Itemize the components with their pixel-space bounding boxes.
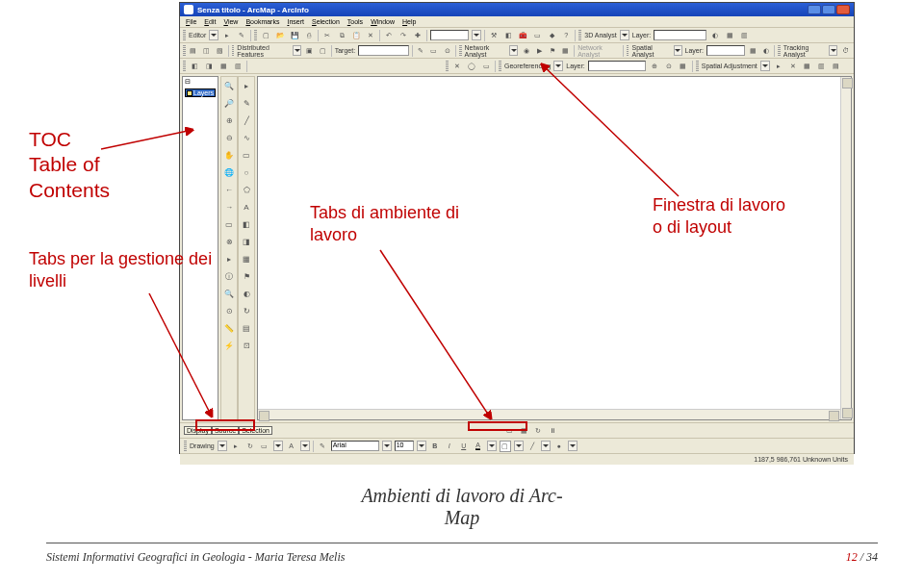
- font-dropdown[interactable]: [382, 441, 392, 451]
- tool-icon[interactable]: ◧: [240, 217, 253, 231]
- tool-icon[interactable]: ✕: [787, 61, 799, 72]
- font-color-dropdown[interactable]: [487, 441, 497, 451]
- tool-icon[interactable]: ▦: [724, 30, 735, 41]
- text-dropdown[interactable]: [300, 441, 310, 451]
- grip-icon[interactable]: [446, 61, 449, 72]
- marker-color-icon[interactable]: ●: [553, 441, 565, 452]
- text-tool-icon[interactable]: A: [286, 441, 297, 452]
- tool-icon[interactable]: ⊙: [442, 45, 452, 57]
- marker-dropdown[interactable]: [568, 441, 578, 451]
- grip-icon[interactable]: [184, 441, 187, 452]
- select-icon[interactable]: ▭: [222, 217, 236, 231]
- clear-select-icon[interactable]: ⊗: [222, 235, 236, 248]
- analyst-3d-dropdown[interactable]: [620, 30, 629, 40]
- open-icon[interactable]: 📂: [274, 30, 286, 41]
- paste-icon[interactable]: 📋: [350, 30, 362, 41]
- tool-icon[interactable]: ▢: [318, 45, 328, 57]
- tool-icon[interactable]: ▥: [816, 61, 828, 72]
- distributed-dropdown[interactable]: [293, 45, 301, 56]
- menu-insert[interactable]: Insert: [285, 18, 306, 25]
- save-icon[interactable]: 💾: [289, 30, 300, 41]
- copy-icon[interactable]: ⧉: [336, 30, 347, 41]
- toolbox-icon[interactable]: 🧰: [517, 30, 528, 41]
- tool-icon[interactable]: ◯: [466, 61, 477, 72]
- tool-icon[interactable]: ▦: [218, 61, 229, 72]
- tool-icon[interactable]: ✕: [451, 61, 463, 72]
- tool-icon[interactable]: ▧: [215, 45, 225, 57]
- delete-icon[interactable]: ✕: [365, 30, 376, 41]
- fixed-zoom-out-icon[interactable]: ⊖: [222, 131, 236, 144]
- bold-icon[interactable]: B: [429, 441, 441, 452]
- maximize-button[interactable]: [822, 5, 835, 14]
- editor-label[interactable]: Editor: [189, 32, 206, 38]
- grip-icon[interactable]: [183, 30, 186, 41]
- tool-icon[interactable]: ▦: [748, 45, 758, 57]
- grip-icon[interactable]: [232, 45, 235, 57]
- spatial-layer-input[interactable]: [706, 45, 745, 56]
- tool-icon[interactable]: ▥: [232, 61, 244, 72]
- tool-icon[interactable]: ⚑: [240, 269, 253, 283]
- tool-icon[interactable]: ◐: [709, 30, 721, 41]
- pan-icon[interactable]: ✋: [222, 148, 236, 162]
- redo-icon[interactable]: ↷: [398, 30, 409, 41]
- grip-icon[interactable]: [254, 30, 257, 41]
- tool-icon[interactable]: ⊡: [240, 339, 253, 352]
- fill-color-icon[interactable]: ▢: [500, 441, 511, 452]
- size-input[interactable]: 10: [395, 441, 414, 451]
- tool-icon[interactable]: ▤: [831, 61, 842, 72]
- grip-icon[interactable]: [627, 45, 629, 57]
- font-input[interactable]: Arial: [331, 441, 379, 451]
- pause-icon[interactable]: ⏸: [547, 425, 558, 437]
- refresh-icon[interactable]: ↻: [532, 425, 544, 437]
- italic-icon[interactable]: I: [444, 441, 455, 452]
- hyperlink-icon[interactable]: ⚡: [222, 339, 236, 352]
- spatial-label[interactable]: Spatial Analyst: [631, 44, 670, 58]
- rect-icon[interactable]: ▭: [240, 148, 253, 162]
- tool-icon[interactable]: ◐: [761, 45, 772, 57]
- cut-icon[interactable]: ✂: [321, 30, 333, 41]
- drawing-label[interactable]: Drawing: [190, 442, 215, 449]
- editor-dropdown[interactable]: [209, 30, 218, 40]
- edit-vertices-icon[interactable]: ✎: [317, 441, 328, 452]
- menu-tools[interactable]: Tools: [346, 18, 365, 25]
- menu-file[interactable]: File: [184, 18, 198, 25]
- text-icon[interactable]: A: [240, 200, 253, 214]
- tool-icon[interactable]: ▤: [189, 45, 199, 57]
- toc-layers-node[interactable]: ⊟ Layers: [183, 77, 218, 97]
- tool-icon[interactable]: ⏱: [840, 45, 851, 57]
- horizontal-scrollbar[interactable]: [258, 409, 840, 419]
- find-icon[interactable]: 🔍: [222, 287, 236, 300]
- spatial-dropdown[interactable]: [674, 45, 682, 56]
- sketch-icon[interactable]: ✎: [240, 96, 253, 110]
- menu-help[interactable]: Help: [400, 18, 418, 25]
- scale-input[interactable]: [430, 30, 469, 40]
- back-icon[interactable]: ←: [222, 183, 236, 196]
- tool-icon[interactable]: ▦: [240, 252, 253, 265]
- menu-window[interactable]: Window: [369, 18, 397, 25]
- grip-icon[interactable]: [778, 45, 781, 57]
- fill-dropdown[interactable]: [514, 441, 524, 451]
- analyst-3d-label[interactable]: 3D Analyst: [584, 32, 616, 38]
- tool-icon[interactable]: ▤: [240, 321, 253, 335]
- tool-icon[interactable]: ▦: [802, 61, 813, 72]
- grip-icon[interactable]: [183, 61, 186, 72]
- tool-icon[interactable]: ▶: [534, 45, 545, 57]
- cmd-icon[interactable]: ▭: [531, 30, 543, 41]
- full-extent-icon[interactable]: 🌐: [222, 165, 236, 179]
- grip-icon[interactable]: [578, 30, 581, 41]
- identify-icon[interactable]: ⓘ: [222, 269, 236, 283]
- tool-icon[interactable]: ◐: [240, 287, 253, 300]
- distributed-label[interactable]: Distributed Features: [237, 44, 290, 58]
- undo-icon[interactable]: ↶: [383, 30, 395, 41]
- pointer-icon[interactable]: ▸: [221, 30, 233, 41]
- tool-icon[interactable]: ▭: [480, 61, 492, 72]
- print-icon[interactable]: ⎙: [303, 30, 315, 41]
- target-input[interactable]: [358, 45, 409, 56]
- new-icon[interactable]: ▢: [260, 30, 271, 41]
- tool-icon[interactable]: ▦: [561, 45, 572, 57]
- zoom-out-icon[interactable]: 🔎: [222, 96, 236, 110]
- tool-icon[interactable]: ◫: [201, 45, 212, 57]
- minimize-button[interactable]: [808, 5, 821, 14]
- tool-icon[interactable]: ↻: [240, 304, 253, 317]
- tool-icon[interactable]: ◧: [189, 61, 200, 72]
